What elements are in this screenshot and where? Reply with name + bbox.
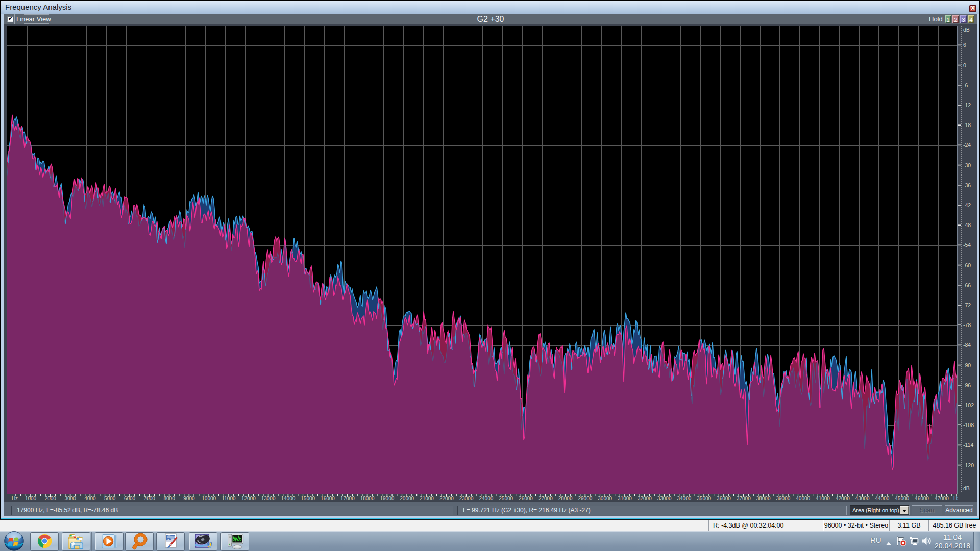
svg-text:4000: 4000 bbox=[84, 496, 96, 502]
svg-text:41000: 41000 bbox=[816, 496, 830, 502]
svg-text:20000: 20000 bbox=[400, 496, 414, 502]
svg-text:-36: -36 bbox=[963, 182, 971, 188]
svg-text:14000: 14000 bbox=[281, 496, 295, 502]
svg-text:0: 0 bbox=[963, 62, 966, 68]
svg-text:5000: 5000 bbox=[104, 496, 116, 502]
svg-text:36000: 36000 bbox=[717, 496, 731, 502]
svg-text:21000: 21000 bbox=[420, 496, 434, 502]
svg-text:39000: 39000 bbox=[776, 496, 790, 502]
svg-text:-60: -60 bbox=[963, 262, 971, 268]
svg-text:Hz: Hz bbox=[12, 496, 18, 502]
svg-text:27000: 27000 bbox=[538, 496, 553, 502]
svg-text:35000: 35000 bbox=[697, 496, 711, 502]
svg-text:-6: -6 bbox=[963, 82, 968, 88]
svg-text:7000: 7000 bbox=[144, 496, 156, 502]
svg-text:23000: 23000 bbox=[459, 496, 474, 502]
svg-text:26000: 26000 bbox=[519, 496, 533, 502]
svg-text:17000: 17000 bbox=[340, 496, 355, 502]
svg-text:44000: 44000 bbox=[875, 496, 889, 502]
svg-text:Hz: Hz bbox=[953, 496, 958, 502]
svg-text:3000: 3000 bbox=[64, 496, 76, 502]
svg-text:dB: dB bbox=[963, 27, 970, 33]
svg-text:-90: -90 bbox=[963, 362, 971, 368]
svg-text:22000: 22000 bbox=[439, 496, 454, 502]
svg-text:-96: -96 bbox=[963, 382, 971, 388]
svg-text:43000: 43000 bbox=[855, 496, 870, 502]
svg-text:-18: -18 bbox=[963, 122, 971, 128]
svg-text:10000: 10000 bbox=[202, 496, 216, 502]
svg-text:-66: -66 bbox=[963, 282, 971, 288]
svg-text:46000: 46000 bbox=[915, 496, 929, 502]
svg-text:16000: 16000 bbox=[321, 496, 335, 502]
svg-text:33000: 33000 bbox=[657, 496, 672, 502]
svg-text:-78: -78 bbox=[963, 322, 971, 328]
svg-text:29000: 29000 bbox=[578, 496, 592, 502]
svg-text:9000: 9000 bbox=[183, 496, 195, 502]
svg-text:6: 6 bbox=[963, 42, 966, 48]
svg-text:28000: 28000 bbox=[558, 496, 573, 502]
svg-text:30000: 30000 bbox=[598, 496, 612, 502]
svg-text:47000: 47000 bbox=[935, 496, 949, 502]
svg-text:34000: 34000 bbox=[677, 496, 691, 502]
svg-text:19000: 19000 bbox=[380, 496, 394, 502]
svg-text:-42: -42 bbox=[963, 202, 971, 208]
svg-text:-48: -48 bbox=[963, 222, 971, 228]
svg-text:40000: 40000 bbox=[796, 496, 810, 502]
svg-text:-72: -72 bbox=[963, 302, 971, 308]
svg-text:-108: -108 bbox=[963, 422, 974, 428]
svg-text:2000: 2000 bbox=[45, 496, 57, 502]
svg-text:-84: -84 bbox=[963, 342, 971, 348]
svg-text:-12: -12 bbox=[963, 102, 971, 108]
svg-text:37000: 37000 bbox=[737, 496, 751, 502]
svg-text:-102: -102 bbox=[963, 402, 974, 408]
svg-text:38000: 38000 bbox=[756, 496, 771, 502]
svg-text:1000: 1000 bbox=[25, 496, 37, 502]
svg-text:11000: 11000 bbox=[222, 496, 236, 502]
svg-text:-120: -120 bbox=[963, 462, 974, 468]
svg-text:-30: -30 bbox=[963, 162, 971, 168]
svg-text:45000: 45000 bbox=[895, 496, 909, 502]
svg-text:-24: -24 bbox=[963, 142, 971, 148]
svg-text:-54: -54 bbox=[963, 242, 971, 248]
svg-text:18000: 18000 bbox=[360, 496, 375, 502]
svg-text:dB: dB bbox=[963, 485, 970, 491]
svg-text:12000: 12000 bbox=[241, 496, 256, 502]
svg-text:-114: -114 bbox=[963, 442, 973, 448]
svg-text:15000: 15000 bbox=[301, 496, 315, 502]
svg-text:25000: 25000 bbox=[499, 496, 513, 502]
svg-text:6000: 6000 bbox=[124, 496, 136, 502]
svg-text:31000: 31000 bbox=[618, 496, 632, 502]
svg-text:13000: 13000 bbox=[261, 496, 276, 502]
svg-text:24000: 24000 bbox=[479, 496, 493, 502]
svg-text:8000: 8000 bbox=[163, 496, 175, 502]
svg-text:42000: 42000 bbox=[836, 496, 850, 502]
svg-text:32000: 32000 bbox=[638, 496, 652, 502]
